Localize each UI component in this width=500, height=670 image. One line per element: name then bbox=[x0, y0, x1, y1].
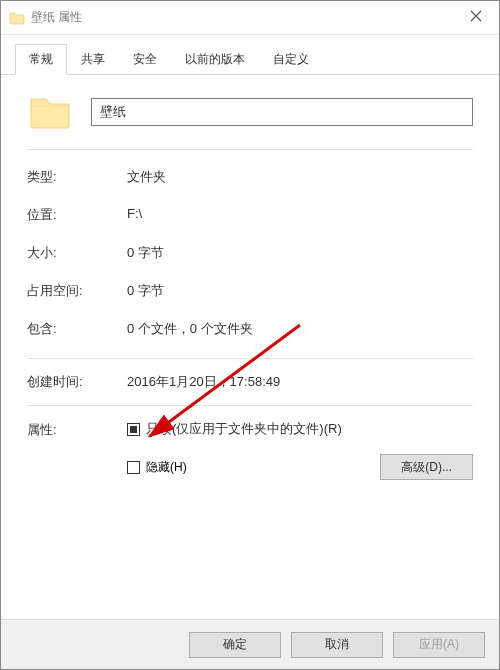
readonly-label: 只读(仅应用于文件夹中的文件)(R) bbox=[146, 420, 342, 438]
large-folder-icon bbox=[27, 89, 73, 135]
hidden-and-advanced-row: 隐藏(H) 高级(D)... bbox=[127, 454, 473, 480]
tab-strip: 常规 共享 安全 以前的版本 自定义 bbox=[1, 35, 499, 75]
row-diskspace: 占用空间: 0 字节 bbox=[27, 282, 473, 300]
properties-window: 壁纸 属性 常规 共享 安全 以前的版本 自定义 壁纸 bbox=[0, 0, 500, 670]
tab-previous-versions[interactable]: 以前的版本 bbox=[171, 44, 259, 75]
row-location: 位置: F:\ bbox=[27, 206, 473, 224]
ok-button[interactable]: 确定 bbox=[189, 632, 281, 658]
tab-customize[interactable]: 自定义 bbox=[259, 44, 323, 75]
row-size: 大小: 0 字节 bbox=[27, 244, 473, 262]
tab-content-general: 壁纸 类型: 文件夹 位置: F:\ 大小: 0 字节 占用空间: 0 字节 包… bbox=[1, 75, 499, 619]
tab-general[interactable]: 常规 bbox=[15, 44, 67, 75]
separator bbox=[27, 405, 473, 406]
tab-sharing[interactable]: 共享 bbox=[67, 44, 119, 75]
size-value: 0 字节 bbox=[127, 244, 473, 262]
hidden-label: 隐藏(H) bbox=[146, 459, 187, 476]
separator bbox=[27, 358, 473, 359]
location-label: 位置: bbox=[27, 206, 127, 224]
apply-button[interactable]: 应用(A) bbox=[393, 632, 485, 658]
size-label: 大小: bbox=[27, 244, 127, 262]
hidden-checkbox[interactable] bbox=[127, 461, 140, 474]
tab-security[interactable]: 安全 bbox=[119, 44, 171, 75]
folder-icon bbox=[9, 10, 25, 26]
type-value: 文件夹 bbox=[127, 168, 473, 186]
location-value: F:\ bbox=[127, 206, 473, 224]
row-type: 类型: 文件夹 bbox=[27, 168, 473, 186]
folder-name-value: 壁纸 bbox=[100, 103, 126, 121]
created-label: 创建时间: bbox=[27, 373, 127, 391]
diskspace-value: 0 字节 bbox=[127, 282, 473, 300]
attributes-block: 属性: 只读(仅应用于文件夹中的文件)(R) 隐藏(H) 高级(D)... bbox=[27, 420, 473, 480]
advanced-button[interactable]: 高级(D)... bbox=[380, 454, 473, 480]
diskspace-label: 占用空间: bbox=[27, 282, 127, 300]
close-icon bbox=[470, 10, 482, 25]
titlebar: 壁纸 属性 bbox=[1, 1, 499, 35]
header-row: 壁纸 bbox=[27, 89, 473, 135]
checkbox-indeterminate-icon bbox=[130, 426, 137, 433]
contains-label: 包含: bbox=[27, 320, 127, 338]
window-title: 壁纸 属性 bbox=[31, 9, 453, 26]
row-contains: 包含: 0 个文件，0 个文件夹 bbox=[27, 320, 473, 338]
readonly-checkbox-row[interactable]: 只读(仅应用于文件夹中的文件)(R) bbox=[127, 420, 473, 438]
readonly-checkbox[interactable] bbox=[127, 423, 140, 436]
cancel-button[interactable]: 取消 bbox=[291, 632, 383, 658]
attributes-label: 属性: bbox=[27, 421, 127, 480]
created-value: 2016年1月20日，17:58:49 bbox=[127, 373, 473, 391]
dialog-footer: 确定 取消 应用(A) bbox=[1, 619, 499, 669]
contains-value: 0 个文件，0 个文件夹 bbox=[127, 320, 473, 338]
row-created: 创建时间: 2016年1月20日，17:58:49 bbox=[27, 373, 473, 391]
close-button[interactable] bbox=[453, 1, 499, 35]
folder-name-input[interactable]: 壁纸 bbox=[91, 98, 473, 126]
separator bbox=[27, 149, 473, 150]
type-label: 类型: bbox=[27, 168, 127, 186]
